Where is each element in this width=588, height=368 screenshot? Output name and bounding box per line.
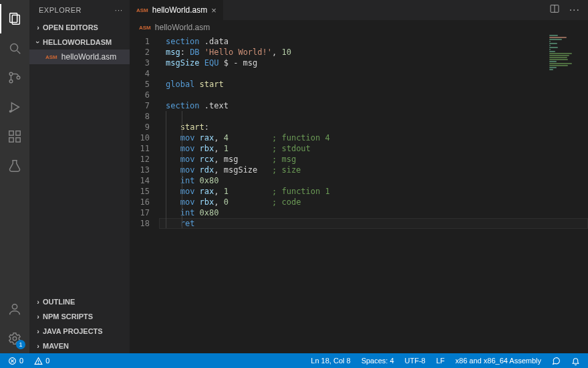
file-lang-tag: ASM: [45, 54, 57, 60]
code-line[interactable]: mov rbx, 0 ; code: [159, 197, 588, 207]
file-item[interactable]: ASM helloWorld.asm: [29, 50, 130, 64]
svg-point-2: [11, 44, 18, 52]
code-line[interactable]: [159, 68, 588, 79]
tab-bar: ASM helloWorld.asm × ···: [130, 0, 588, 20]
code-line[interactable]: msg: DB 'Hello World!', 10: [159, 47, 588, 58]
svg-marker-7: [11, 103, 19, 112]
folder-section[interactable]: › HELLOWORLDASM: [29, 35, 130, 50]
status-warnings[interactable]: 0: [31, 357, 52, 365]
code-line[interactable]: mov rcx, msg ; msg: [159, 154, 588, 165]
line-gutter: 123456789101112131415161718: [130, 35, 159, 353]
svg-point-4: [9, 72, 13, 76]
activity-bar: 1: [0, 0, 29, 353]
svg-point-6: [17, 76, 20, 80]
status-encoding[interactable]: UTF-8: [402, 357, 428, 365]
chevron-right-icon: ›: [33, 327, 43, 335]
code-line[interactable]: mov rax, 1 ; function 1: [159, 186, 588, 197]
status-bar: 0 0 Ln 18, Col 8 Spaces: 4 UTF-8 LF x86 …: [0, 353, 588, 368]
svg-rect-10: [9, 138, 13, 142]
editor-area: ASM helloWorld.asm × ··· ASM helloWorld.…: [130, 0, 588, 353]
sidebar-title-row: EXPLORER ···: [29, 0, 130, 20]
breadcrumb-file: helloWorld.asm: [155, 23, 210, 32]
chevron-right-icon: ›: [33, 342, 43, 350]
svg-rect-11: [16, 138, 20, 142]
svg-point-5: [9, 80, 13, 83]
code-line[interactable]: section .data: [159, 36, 588, 47]
code-line[interactable]: [159, 111, 588, 122]
code-line[interactable]: ret: [159, 218, 588, 229]
code-line[interactable]: start:: [159, 122, 588, 132]
svg-rect-9: [9, 131, 13, 135]
sidebar-more-icon[interactable]: ···: [115, 6, 123, 14]
chevron-right-icon: ›: [33, 312, 43, 320]
code-line[interactable]: mov rdx, msgSize ; size: [159, 165, 588, 175]
tab-file[interactable]: ASM helloWorld.asm ×: [130, 0, 224, 20]
maven-section[interactable]: ›MAVEN: [29, 339, 130, 353]
svg-rect-12: [16, 131, 20, 135]
code-line[interactable]: section .text: [159, 100, 588, 111]
open-editors-section[interactable]: › OPEN EDITORS: [29, 20, 130, 35]
npm-scripts-section[interactable]: ›NPM SCRIPTS: [29, 309, 130, 324]
code-line[interactable]: [159, 90, 588, 100]
code-line[interactable]: int 0x80: [159, 207, 588, 218]
explorer-icon[interactable]: [0, 4, 29, 33]
svg-line-3: [17, 51, 21, 54]
chevron-down-icon: ›: [34, 37, 42, 47]
settings-badge: 1: [16, 340, 25, 349]
accounts-icon[interactable]: [0, 294, 29, 324]
testing-icon[interactable]: [0, 151, 29, 181]
code-line[interactable]: msgSize EQU $ - msg: [159, 58, 588, 68]
tab-lang-tag: ASM: [136, 7, 148, 13]
close-icon[interactable]: ×: [211, 5, 216, 15]
feedback-icon[interactable]: [549, 357, 563, 365]
breadcrumb-lang-tag: ASM: [139, 25, 151, 31]
chevron-right-icon: ›: [33, 23, 43, 31]
svg-point-22: [38, 363, 39, 363]
code-line[interactable]: mov rbx, 1 ; stdout: [159, 143, 588, 154]
sidebar-title: EXPLORER: [39, 6, 82, 14]
outline-section[interactable]: ›OUTLINE: [29, 294, 130, 309]
status-language[interactable]: x86 and x86_64 Assembly: [453, 357, 544, 365]
file-name: helloWorld.asm: [61, 52, 116, 62]
status-eol[interactable]: LF: [434, 357, 448, 365]
status-spaces[interactable]: Spaces: 4: [359, 357, 397, 365]
java-projects-section[interactable]: ›JAVA PROJECTS: [29, 324, 130, 339]
settings-gear-icon[interactable]: 1: [0, 324, 29, 353]
code-line[interactable]: global start: [159, 79, 588, 90]
svg-point-14: [12, 304, 17, 309]
run-debug-icon[interactable]: [0, 92, 29, 122]
search-icon[interactable]: [0, 33, 29, 63]
notifications-icon[interactable]: [569, 357, 583, 365]
source-control-icon[interactable]: [0, 63, 29, 92]
breadcrumb[interactable]: ASM helloWorld.asm: [130, 20, 588, 35]
tab-file-name: helloWorld.asm: [152, 5, 207, 15]
status-errors[interactable]: 0: [5, 357, 26, 365]
code-content[interactable]: section .datamsg: DB 'Hello World!', 10m…: [159, 35, 588, 353]
explorer-sidebar: EXPLORER ··· › OPEN EDITORS › HELLOWORLD…: [29, 0, 130, 353]
split-editor-icon[interactable]: [549, 3, 560, 17]
svg-point-15: [13, 337, 17, 341]
extensions-icon[interactable]: [0, 122, 29, 151]
code-editor[interactable]: 123456789101112131415161718 section .dat…: [130, 35, 588, 353]
status-lncol[interactable]: Ln 18, Col 8: [308, 357, 353, 365]
svg-point-8: [9, 110, 12, 113]
code-line[interactable]: int 0x80: [159, 175, 588, 186]
editor-more-icon[interactable]: ···: [569, 4, 580, 16]
chevron-right-icon: ›: [33, 298, 43, 306]
code-line[interactable]: mov rax, 4 ; function 4: [159, 132, 588, 143]
